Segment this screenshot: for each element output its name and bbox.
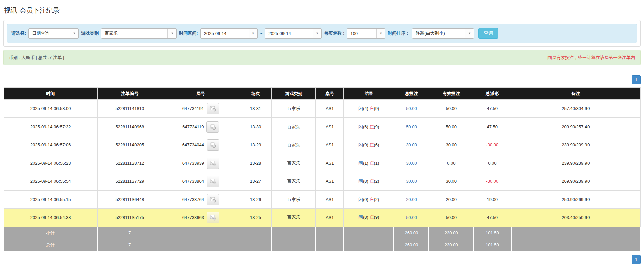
grand-total-row-note (511, 239, 640, 251)
date-to-value: 2025-09-14 (265, 31, 294, 36)
cell-valid-bet: 50.00 (429, 100, 473, 118)
search-button[interactable]: 查询 (478, 28, 498, 39)
total-bet-link[interactable]: 50.00 (406, 124, 417, 129)
column-header-session: 场次 (239, 88, 272, 100)
cell-result: 闲(1) 庄(1) (344, 154, 394, 172)
result-banker-label: 庄 (369, 124, 374, 129)
page-container: 视讯 会员下注纪录 请选择: 日期查询 ▼ 游戏类别 百家乐 ▼ 时间区间: 2… (0, 0, 644, 266)
cell-table-no: AS1 (316, 100, 344, 118)
grand-total-row-total-bet: 260.00 (394, 239, 429, 251)
cell-game-type: 百家乐 (272, 118, 316, 136)
cell-round-id: 647733764 (162, 191, 239, 209)
video-replay-button[interactable] (206, 121, 219, 133)
chevron-down-icon: ▼ (249, 29, 257, 38)
cell-bet-id: 522811140205 (97, 136, 162, 154)
cell-round-id: 647733864 (162, 172, 239, 191)
result-player-score: (0) (363, 197, 368, 202)
cell-result: 闲(8) 庄(9) (344, 209, 394, 227)
query-type-select[interactable]: 日期查询 ▼ (28, 28, 79, 39)
film-icon (210, 142, 216, 148)
subtotal-row-time: 小计 (4, 227, 97, 239)
subtotal-row-total-bet: 260.00 (394, 227, 429, 239)
video-replay-button[interactable] (207, 176, 219, 187)
subtotal-row-result (344, 227, 394, 239)
cell-valid-bet: 50.00 (429, 118, 473, 136)
table-row: 2025-09-14 06:58:00522811141810647734191… (4, 100, 640, 118)
film-icon (210, 196, 216, 203)
cell-round-id: 647733663 (162, 209, 239, 227)
total-bet-link[interactable]: 30.00 (406, 142, 417, 147)
column-header-note: 备注 (511, 88, 640, 100)
video-replay-button[interactable] (207, 212, 219, 223)
cell-note: 257.40/304.90 (511, 100, 640, 118)
column-header-game-type: 游戏类别 (272, 88, 316, 100)
round-id-wrap: 647734044 (182, 139, 219, 151)
total-bet-link[interactable]: 30.00 (406, 179, 417, 184)
cell-time: 2025-09-14 06:57:32 (4, 118, 97, 136)
cell-payout: 47.50 (473, 209, 511, 227)
result-banker-label: 庄 (369, 197, 374, 202)
cell-time: 2025-09-14 06:55:54 (4, 172, 97, 191)
round-id-text: 647733764 (182, 197, 204, 202)
grand-total-row-payout: 101.50 (473, 239, 511, 251)
video-replay-button[interactable] (207, 103, 219, 114)
cell-bet-id: 522811135175 (97, 209, 162, 227)
result-banker-label: 庄 (369, 142, 374, 147)
query-type-label: 请选择: (11, 30, 26, 36)
date-range-label: 时间区间: (179, 30, 198, 36)
cell-total-bet: 50.00 (394, 209, 429, 227)
cell-total-bet: 30.00 (394, 172, 429, 191)
result-player-score: (8) (363, 179, 368, 184)
date-from-value: 2025-09-14 (201, 31, 230, 36)
query-type-value: 日期查询 (29, 30, 53, 36)
result-player-score: (8) (363, 215, 368, 220)
subtotal-row-valid-bet: 230.00 (429, 227, 473, 239)
round-id-wrap: 647733663 (182, 212, 219, 223)
total-bet-link[interactable]: 20.00 (406, 197, 417, 202)
time-sort-select[interactable]: 降冪(由大到小) ▼ (412, 28, 474, 39)
total-bet-link[interactable]: 30.00 (406, 161, 417, 166)
cell-note: 250.90/269.90 (511, 191, 640, 209)
cell-payout: -30.00 (473, 136, 511, 154)
total-bet-link[interactable]: 50.00 (406, 215, 417, 220)
video-replay-button[interactable] (207, 158, 219, 169)
game-type-label: 游戏类别 (81, 30, 99, 36)
cell-session: 13-30 (239, 118, 272, 136)
column-header-valid-bet: 有效投注 (429, 88, 473, 100)
game-type-select[interactable]: 百家乐 ▼ (101, 28, 177, 39)
page-title: 视讯 会员下注纪录 (4, 6, 640, 15)
grand-total-row-bet-id: 7 (97, 239, 162, 251)
cell-session: 13-28 (239, 154, 272, 172)
video-replay-button[interactable] (207, 194, 219, 205)
cell-result: 闲(6) 庄(9) (344, 118, 394, 136)
cell-game-type: 百家乐 (272, 100, 316, 118)
cell-session: 13-27 (239, 172, 272, 191)
cell-session: 13-29 (239, 136, 272, 154)
chevron-down-icon: ▼ (465, 29, 474, 38)
column-header-time: 时间 (4, 88, 97, 100)
video-replay-button[interactable] (207, 139, 219, 151)
round-id-text: 647734191 (182, 106, 204, 111)
pagination-top: 1 (3, 75, 641, 84)
cell-total-bet: 30.00 (394, 154, 429, 172)
date-from-select[interactable]: 2025-09-14 ▼ (200, 28, 258, 39)
grand-total-row: 总计7260.00230.00101.50 (4, 239, 640, 251)
total-bet-link[interactable]: 50.00 (406, 106, 417, 111)
round-id-text: 647734044 (182, 142, 204, 147)
date-to-select[interactable]: 2025-09-14 ▼ (265, 28, 322, 39)
round-id-text: 647734119 (182, 124, 204, 129)
film-icon (210, 160, 216, 167)
round-id-text: 647733939 (182, 161, 204, 166)
page-1-button[interactable]: 1 (632, 255, 641, 264)
page-1-button[interactable]: 1 (632, 75, 641, 84)
result-banker-label: 庄 (369, 161, 374, 166)
cell-bet-id: 522811137729 (97, 172, 162, 191)
per-page-select[interactable]: 100 ▼ (347, 28, 385, 39)
round-id-wrap: 647734119 (182, 121, 219, 133)
cell-round-id: 647734044 (162, 136, 239, 154)
result-player-label: 闲 (358, 161, 363, 166)
cell-bet-id: 522811141810 (97, 100, 162, 118)
result-banker-score: (9) (374, 106, 379, 111)
cell-table-no: AS1 (316, 154, 344, 172)
per-page-label: 每页笔数 : (324, 30, 344, 36)
